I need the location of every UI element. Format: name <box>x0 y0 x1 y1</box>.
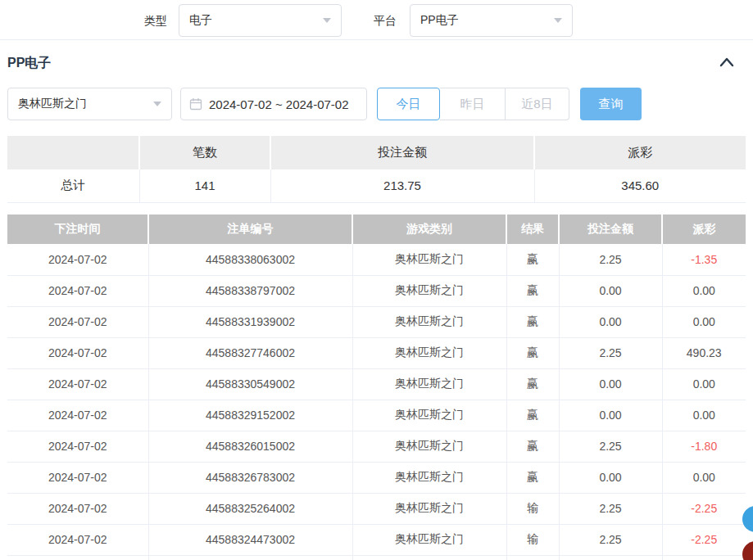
table-row[interactable]: 2024-07-02 44588325264002 奥林匹斯之门 输 2.25 … <box>7 493 746 524</box>
cell-result: 赢 <box>506 431 559 462</box>
date-range-picker[interactable]: 2024-07-02 ~ 2024-07-02 <box>180 88 367 120</box>
cell-order-no: 44588327746002 <box>148 337 352 368</box>
cell-game-type <box>352 555 506 560</box>
platform-select-value: PP电子 <box>420 13 459 28</box>
cell-game-type: 奥林匹斯之门 <box>352 306 506 337</box>
section-divider <box>0 39 753 40</box>
today-button[interactable]: 今日 <box>377 88 440 120</box>
cell-bet-amount: 2.25 <box>559 493 662 524</box>
search-button[interactable]: 查询 <box>580 88 642 120</box>
summary-header-bet-amount: 投注金额 <box>270 136 534 169</box>
summary-header-payout: 派彩 <box>534 136 746 169</box>
table-row[interactable]: 2024-07-02 44588338063002 奥林匹斯之门 赢 2.25 … <box>7 244 746 275</box>
cell-result: 输 <box>506 493 559 524</box>
cell-bet-amount: 2.25 <box>559 244 662 275</box>
cell-order-no: 44588331939002 <box>148 306 352 337</box>
cell-bet-amount: 0.00 <box>559 462 662 493</box>
cell-bet-amount: 0.00 <box>559 306 662 337</box>
cell-game-type: 奥林匹斯之门 <box>352 524 506 555</box>
game-select[interactable]: 奥林匹斯之门 <box>7 88 172 120</box>
cell-bet-amount: 0.00 <box>559 400 662 431</box>
cell-result: 输 <box>506 524 559 555</box>
cell-payout: -1.35 <box>662 244 746 275</box>
cell-game-type: 奥林匹斯之门 <box>352 244 506 275</box>
cell-bet-time: 2024-07-02 <box>7 524 148 555</box>
cell-result: 赢 <box>506 462 559 493</box>
cell-bet-amount: 2.25 <box>559 524 662 555</box>
type-label: 类型 <box>144 4 167 37</box>
cell-game-type: 奥林匹斯之门 <box>352 462 506 493</box>
cell-game-type: 奥林匹斯之门 <box>352 400 506 431</box>
summary-total-count: 141 <box>139 169 270 202</box>
cell-bet-time: 2024-07-02 <box>7 493 148 524</box>
cell-payout: 0.00 <box>662 306 746 337</box>
cell-payout: -2.25 <box>662 524 746 555</box>
detail-table: 下注时间 注单编号 游戏类别 结果 投注金额 派彩 2024-07-02 445… <box>7 215 746 560</box>
cell-result: 赢 <box>506 244 559 275</box>
collapse-section-button[interactable] <box>718 54 736 74</box>
summary-header-count: 笔数 <box>139 136 270 169</box>
date-range-value: 2024-07-02 ~ 2024-07-02 <box>209 97 349 111</box>
quick-date-button-group: 今日 昨日 近8日 <box>377 88 569 120</box>
summary-total-payout: 345.60 <box>534 169 746 202</box>
table-row[interactable]: 2024-07-02 44588329152002 奥林匹斯之门 赢 0.00 … <box>7 400 746 431</box>
cell-result: 赢 <box>506 368 559 400</box>
cell-bet-time: 2024-07-02 <box>7 462 148 493</box>
table-row[interactable]: 2024-07-02 44588338797002 奥林匹斯之门 赢 0.00 … <box>7 275 746 306</box>
last-8-days-button[interactable]: 近8日 <box>506 88 569 120</box>
summary-total-bet-amount: 213.75 <box>270 169 534 202</box>
cell-result: 赢 <box>506 306 559 337</box>
table-row[interactable]: 2024-07-02 44588327746002 奥林匹斯之门 赢 2.25 … <box>7 337 746 368</box>
cell-result: 赢 <box>506 400 559 431</box>
cell-game-type: 奥林匹斯之门 <box>352 493 506 524</box>
type-select-value: 电子 <box>189 13 212 28</box>
yesterday-button[interactable]: 昨日 <box>440 88 506 120</box>
summary-header-row: 笔数 投注金额 派彩 <box>7 136 746 169</box>
chevron-down-icon <box>323 18 331 23</box>
cell-order-no: 44588329152002 <box>148 400 352 431</box>
cell-payout: 0.00 <box>662 400 746 431</box>
section-title: PP电子 <box>7 55 51 72</box>
cell-order-no: 44588326015002 <box>148 431 352 462</box>
summary-table: 笔数 投注金额 派彩 总计 141 213.75 345.60 <box>7 136 746 203</box>
cell-order-no: 44588338797002 <box>148 275 352 306</box>
chevron-down-icon <box>554 18 562 23</box>
detail-header-bet-amount: 投注金额 <box>559 215 662 244</box>
detail-header-row: 下注时间 注单编号 游戏类别 结果 投注金额 派彩 <box>7 215 746 244</box>
cell-payout: -1.80 <box>662 431 746 462</box>
cell-bet-time: 2024-07-02 <box>7 244 148 275</box>
platform-select[interactable]: PP电子 <box>410 4 573 37</box>
table-row[interactable]: 2024-07-02 44588326015002 奥林匹斯之门 赢 2.25 … <box>7 431 746 462</box>
cell-bet-amount: 0.00 <box>559 368 662 400</box>
cell-payout: 0.00 <box>662 462 746 493</box>
detail-header-result: 结果 <box>506 215 559 244</box>
summary-total-row: 总计 141 213.75 345.60 <box>7 169 746 202</box>
table-row[interactable]: 2024-07-02 44588330549002 奥林匹斯之门 赢 0.00 … <box>7 368 746 400</box>
cell-bet-amount: 0.00 <box>559 275 662 306</box>
cell-payout: 0.00 <box>662 275 746 306</box>
detail-header-game-type: 游戏类别 <box>352 215 506 244</box>
cell-game-type: 奥林匹斯之门 <box>352 368 506 400</box>
platform-label: 平台 <box>374 4 397 37</box>
cell-game-type: 奥林匹斯之门 <box>352 431 506 462</box>
cell-order-no: 44588324473002 <box>148 524 352 555</box>
table-row[interactable]: 2024-07-02 44588326783002 奥林匹斯之门 赢 0.00 … <box>7 462 746 493</box>
cell-bet-amount: 2.25 <box>559 337 662 368</box>
summary-total-label: 总计 <box>7 169 139 202</box>
cell-result: 赢 <box>506 337 559 368</box>
cell-bet-amount: 2.25 <box>559 431 662 462</box>
type-select[interactable]: 电子 <box>179 4 342 37</box>
cell-result <box>506 555 559 560</box>
chevron-down-icon <box>153 102 161 106</box>
cell-game-type: 奥林匹斯之门 <box>352 275 506 306</box>
cell-order-no <box>148 555 352 560</box>
table-row-partial[interactable] <box>7 555 746 560</box>
cell-payout: 0.00 <box>662 368 746 400</box>
table-row[interactable]: 2024-07-02 44588331939002 奥林匹斯之门 赢 0.00 … <box>7 306 746 337</box>
cell-order-no: 44588326783002 <box>148 462 352 493</box>
cell-order-no: 44588325264002 <box>148 493 352 524</box>
table-row[interactable]: 2024-07-02 44588324473002 奥林匹斯之门 输 2.25 … <box>7 524 746 555</box>
cell-bet-time <box>7 555 148 560</box>
cell-payout: -2.25 <box>662 493 746 524</box>
cell-bet-amount <box>559 555 662 560</box>
